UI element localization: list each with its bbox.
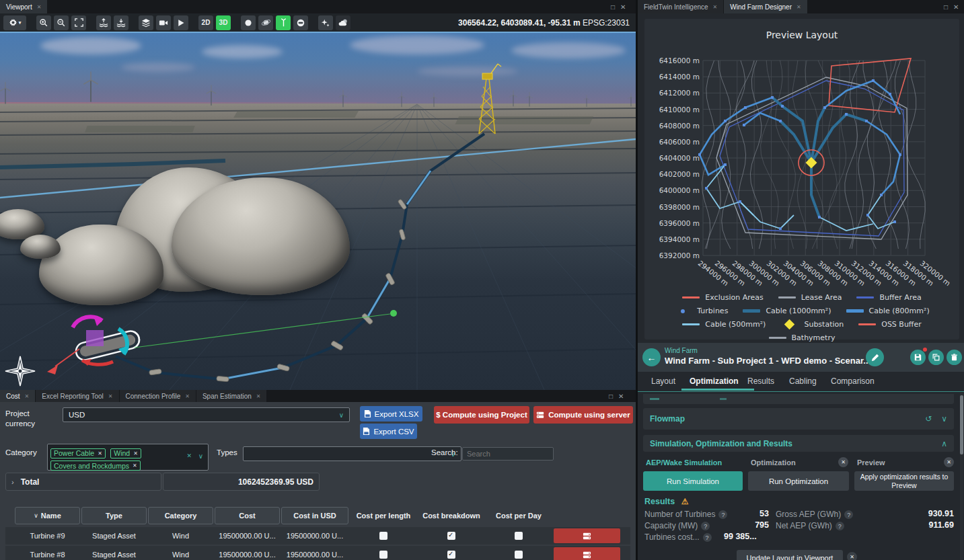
clear-all-icon[interactable]: ✕ bbox=[186, 452, 192, 459]
tab-cost[interactable]: Cost✕ bbox=[0, 390, 36, 402]
category-tag-wind[interactable]: Wind✕ bbox=[110, 448, 141, 458]
tab-excel-reporting-tool[interactable]: Excel Reporting Tool✕ bbox=[36, 390, 119, 402]
save-button[interactable] bbox=[910, 350, 926, 365]
tab-connection-profile[interactable]: Connection Profile✕ bbox=[120, 390, 196, 402]
cost-breakdown-checkbox[interactable] bbox=[447, 551, 455, 559]
total-row-header[interactable]: › Total bbox=[5, 473, 161, 491]
restore-icon[interactable]: □ bbox=[611, 3, 615, 11]
shaded-sphere-button[interactable] bbox=[241, 15, 256, 30]
zoom-out-button[interactable] bbox=[54, 15, 69, 30]
close-update-layout-icon[interactable]: ✕ bbox=[847, 552, 857, 560]
weather-button[interactable] bbox=[336, 15, 350, 30]
table-row[interactable]: Turbine #8 Staged Asset Wind 19500000.00… bbox=[5, 546, 630, 560]
col-header-category[interactable]: Category bbox=[148, 507, 213, 524]
update-layout-button[interactable]: Update Layout in Viewport bbox=[737, 550, 843, 560]
compute-using-server-button[interactable]: Compute using server bbox=[533, 406, 633, 424]
anemometer-button[interactable] bbox=[276, 15, 291, 30]
cost-per-day-checkbox[interactable] bbox=[515, 551, 523, 559]
tab-optimization[interactable]: Optimization bbox=[690, 376, 739, 386]
col-header-type[interactable]: Type bbox=[81, 507, 147, 524]
col-header-cost-in-usd[interactable]: Cost in USD bbox=[281, 507, 348, 524]
category-tag-covers-rockdumps[interactable]: Covers and Rockdumps✕ bbox=[50, 461, 141, 471]
help-icon[interactable]: ? bbox=[703, 533, 712, 542]
export-csv-button[interactable]: Export CSV bbox=[360, 424, 417, 439]
reset-icon[interactable]: ↺ bbox=[925, 414, 932, 424]
tab-results[interactable]: Results bbox=[747, 376, 774, 386]
chevron-down-icon[interactable]: ∨ bbox=[198, 452, 203, 460]
play-button[interactable] bbox=[174, 15, 188, 30]
category-multiselect[interactable]: Power Cable✕ Wind✕ Covers and Rockdumps✕… bbox=[47, 444, 209, 471]
close-optimization-icon[interactable]: ✕ bbox=[838, 457, 848, 467]
flowmap-section[interactable]: Flowmap ↺∨ bbox=[643, 408, 954, 430]
close-icon[interactable]: ✕ bbox=[618, 393, 624, 400]
sort-desc-icon[interactable]: ∨ bbox=[34, 512, 38, 519]
close-icon[interactable]: ✕ bbox=[796, 4, 801, 10]
tab-wind-farm-designer[interactable]: Wind Farm Designer✕ bbox=[724, 0, 807, 13]
close-icon[interactable]: ✕ bbox=[185, 393, 190, 399]
cost-per-length-checkbox[interactable] bbox=[379, 532, 387, 540]
raise-to-surface-button[interactable] bbox=[96, 15, 111, 30]
tab-comparison[interactable]: Comparison bbox=[831, 376, 875, 386]
row-server-button[interactable] bbox=[554, 547, 620, 560]
remove-tag-icon[interactable]: ✕ bbox=[98, 450, 102, 456]
close-icon[interactable]: ✕ bbox=[37, 4, 42, 10]
tab-layout[interactable]: Layout bbox=[651, 376, 675, 386]
settings-gear-button[interactable]: ▾ bbox=[3, 15, 26, 30]
remove-tag-icon[interactable]: ✕ bbox=[133, 450, 138, 456]
rock-boulder[interactable] bbox=[20, 235, 61, 259]
currency-select[interactable]: USD ∨ bbox=[63, 407, 350, 422]
zoom-in-button[interactable] bbox=[36, 15, 51, 30]
fit-view-button[interactable] bbox=[71, 15, 86, 30]
remove-tag-icon[interactable]: ✕ bbox=[133, 463, 137, 469]
tab-viewport[interactable]: Viewport ✕ bbox=[0, 0, 48, 13]
layers-button[interactable] bbox=[139, 15, 153, 30]
lower-to-seabed-button[interactable] bbox=[114, 15, 128, 30]
col-header-cost[interactable]: Cost bbox=[215, 507, 280, 524]
run-simulation-button[interactable]: Run Simulation bbox=[643, 471, 743, 491]
mode-2d-button[interactable]: 2D bbox=[198, 15, 213, 30]
close-preview-icon[interactable]: ✕ bbox=[944, 457, 954, 467]
effects-button[interactable] bbox=[318, 15, 333, 30]
restore-icon[interactable]: □ bbox=[944, 3, 948, 11]
panel-scrollbar[interactable] bbox=[960, 393, 963, 560]
expand-chevron-icon[interactable]: › bbox=[11, 478, 14, 486]
chevron-up-icon[interactable]: ∧ bbox=[941, 439, 947, 448]
table-row[interactable]: Turbine #9 Staged Asset Wind 19500000.00… bbox=[5, 527, 630, 545]
clipped-section-bar[interactable] bbox=[643, 394, 954, 404]
orbit-view-button[interactable] bbox=[258, 15, 273, 30]
row-server-button[interactable] bbox=[554, 528, 620, 543]
tab-span-estimation[interactable]: Span Estimation✕ bbox=[196, 390, 268, 402]
close-icon[interactable]: ✕ bbox=[256, 393, 261, 399]
scrollbar-thumb[interactable] bbox=[960, 395, 963, 454]
category-tag-power-cable[interactable]: Power Cable✕ bbox=[50, 448, 106, 458]
tab-fieldtwin-intelligence[interactable]: FieldTwin Intelligence✕ bbox=[638, 0, 724, 13]
col-header-name[interactable]: ∨ Name bbox=[15, 507, 80, 524]
tab-cabling[interactable]: Cabling bbox=[789, 376, 817, 386]
close-icon[interactable]: ✕ bbox=[108, 393, 113, 399]
help-icon[interactable]: ? bbox=[844, 510, 853, 519]
help-icon[interactable]: ? bbox=[701, 522, 710, 530]
delete-button[interactable] bbox=[947, 350, 962, 365]
types-select[interactable]: ∨ bbox=[243, 446, 461, 461]
run-optimization-button[interactable]: Run Optimization bbox=[748, 471, 849, 491]
restore-icon[interactable]: □ bbox=[609, 393, 613, 400]
chevron-down-icon[interactable]: ∨ bbox=[941, 414, 947, 424]
close-icon[interactable]: ✕ bbox=[620, 3, 626, 11]
help-icon[interactable]: ? bbox=[836, 522, 844, 530]
cost-breakdown-checkbox[interactable] bbox=[447, 532, 455, 540]
cost-per-day-checkbox[interactable] bbox=[515, 532, 523, 540]
duplicate-button[interactable] bbox=[928, 350, 944, 365]
export-xlsx-button[interactable]: Export XLSX bbox=[360, 406, 422, 422]
close-icon[interactable]: ✕ bbox=[25, 393, 30, 399]
mode-3d-button[interactable]: 3D bbox=[216, 15, 231, 30]
compute-using-project-button[interactable]: $ Compute using Project bbox=[434, 406, 529, 424]
back-button[interactable]: ← bbox=[642, 348, 661, 366]
close-icon[interactable]: ✕ bbox=[953, 3, 959, 11]
apply-optimization-button[interactable]: Apply optimization results to Preview bbox=[854, 471, 954, 491]
viewport-3d-scene[interactable] bbox=[0, 32, 636, 390]
cost-per-length-checkbox[interactable] bbox=[379, 551, 387, 559]
record-button[interactable] bbox=[293, 15, 308, 30]
camera-button[interactable] bbox=[156, 15, 171, 30]
close-icon[interactable]: ✕ bbox=[713, 4, 718, 10]
edit-button[interactable] bbox=[866, 348, 884, 366]
